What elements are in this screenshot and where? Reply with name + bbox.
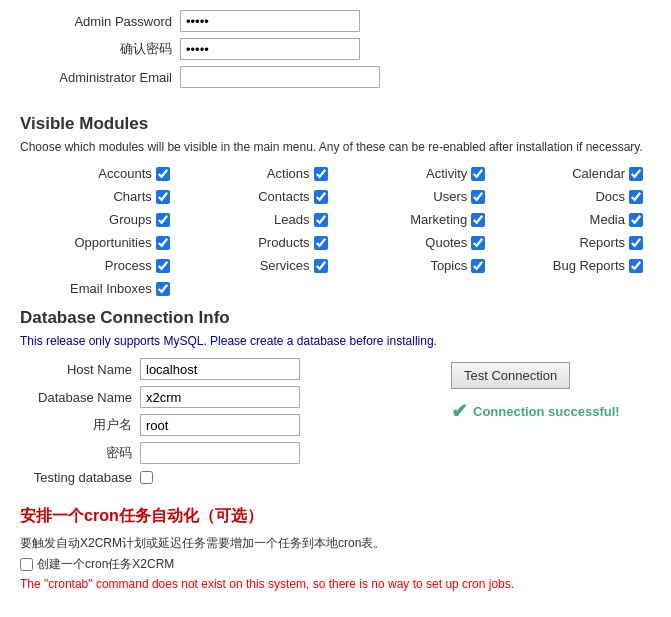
module-bug-reports: Bug Reports — [493, 256, 651, 275]
visible-modules-desc: Choose which modules will be visible in … — [20, 140, 651, 154]
cron-title: 安排一个cron任务自动化（可选） — [20, 506, 651, 527]
db-right-panel: Test Connection ✔ Connection successful! — [451, 358, 651, 491]
testing-label: Testing database — [20, 470, 140, 485]
module-process-label: Process — [105, 258, 152, 273]
module-activity-checkbox[interactable] — [471, 167, 485, 181]
module-docs-checkbox[interactable] — [629, 190, 643, 204]
module-reports-checkbox[interactable] — [629, 236, 643, 250]
module-contacts-checkbox[interactable] — [314, 190, 328, 204]
module-products: Products — [178, 233, 336, 252]
module-leads-checkbox[interactable] — [314, 213, 328, 227]
cron-section: 安排一个cron任务自动化（可选） 要触发自动X2CRM计划或延迟任务需要增加一… — [20, 506, 651, 591]
module-calendar-label: Calendar — [572, 166, 625, 181]
module-quotes-checkbox[interactable] — [471, 236, 485, 250]
db-grid: Host Name Database Name 用户名 密码 Testing d… — [20, 358, 651, 491]
module-users-checkbox[interactable] — [471, 190, 485, 204]
module-leads: Leads — [178, 210, 336, 229]
admin-password-label: Admin Password — [20, 14, 180, 29]
module-charts-label: Charts — [113, 189, 151, 204]
testing-checkbox[interactable] — [140, 471, 153, 484]
module-calendar-checkbox[interactable] — [629, 167, 643, 181]
admin-email-label: Administrator Email — [20, 70, 180, 85]
module-groups: Groups — [20, 210, 178, 229]
module-process: Process — [20, 256, 178, 275]
module-opportunities-label: Opportunities — [74, 235, 151, 250]
module-users: Users — [336, 187, 494, 206]
module-services-label: Services — [260, 258, 310, 273]
module-opportunities-checkbox[interactable] — [156, 236, 170, 250]
confirm-password-input[interactable] — [180, 38, 360, 60]
module-users-label: Users — [433, 189, 467, 204]
connection-success-message: ✔ Connection successful! — [451, 399, 620, 423]
checkmark-icon: ✔ — [451, 399, 468, 423]
module-marketing: Marketing — [336, 210, 494, 229]
module-actions: Actions — [178, 164, 336, 183]
module-topics: Topics — [336, 256, 494, 275]
host-label: Host Name — [20, 362, 140, 377]
db-section-title: Database Connection Info — [20, 308, 651, 328]
admin-email-input[interactable]: 1434046484@qq.com — [180, 66, 380, 88]
module-groups-label: Groups — [109, 212, 152, 227]
module-marketing-label: Marketing — [410, 212, 467, 227]
module-services: Services — [178, 256, 336, 275]
module-accounts-label: Accounts — [98, 166, 151, 181]
module-activity: Activity — [336, 164, 494, 183]
module-actions-label: Actions — [267, 166, 310, 181]
module-charts-checkbox[interactable] — [156, 190, 170, 204]
module-activity-label: Activity — [426, 166, 467, 181]
user-label: 用户名 — [20, 416, 140, 434]
module-contacts: Contacts — [178, 187, 336, 206]
host-input[interactable] — [140, 358, 300, 380]
module-process-checkbox[interactable] — [156, 259, 170, 273]
admin-password-input[interactable] — [180, 10, 360, 32]
module-reports: Reports — [493, 233, 651, 252]
module-media: Media — [493, 210, 651, 229]
modules-grid: Accounts Actions Activity Calendar Chart… — [20, 164, 651, 298]
module-bug-reports-label: Bug Reports — [553, 258, 625, 273]
cron-desc: 要触发自动X2CRM计划或延迟任务需要增加一个任务到本地cron表。 — [20, 535, 651, 552]
cron-checkbox[interactable] — [20, 558, 33, 571]
module-marketing-checkbox[interactable] — [471, 213, 485, 227]
connection-success-text: Connection successful! — [473, 404, 620, 419]
test-connection-button[interactable]: Test Connection — [451, 362, 570, 389]
module-quotes: Quotes — [336, 233, 494, 252]
user-input[interactable] — [140, 414, 300, 436]
module-bug-reports-checkbox[interactable] — [629, 259, 643, 273]
password-label: 密码 — [20, 444, 140, 462]
module-groups-checkbox[interactable] — [156, 213, 170, 227]
db-name-input[interactable] — [140, 386, 300, 408]
module-docs-label: Docs — [595, 189, 625, 204]
cron-error-message: The "crontab" command does not exist on … — [20, 577, 651, 591]
module-services-checkbox[interactable] — [314, 259, 328, 273]
module-products-checkbox[interactable] — [314, 236, 328, 250]
module-reports-label: Reports — [579, 235, 625, 250]
module-leads-label: Leads — [274, 212, 309, 227]
module-quotes-label: Quotes — [425, 235, 467, 250]
module-actions-checkbox[interactable] — [314, 167, 328, 181]
module-accounts-checkbox[interactable] — [156, 167, 170, 181]
module-opportunities: Opportunities — [20, 233, 178, 252]
module-media-label: Media — [590, 212, 625, 227]
visible-modules-title: Visible Modules — [20, 114, 651, 134]
confirm-password-label: 确认密码 — [20, 40, 180, 58]
module-email-inboxes-checkbox[interactable] — [156, 282, 170, 296]
module-charts: Charts — [20, 187, 178, 206]
password-input[interactable] — [140, 442, 300, 464]
db-form: Host Name Database Name 用户名 密码 Testing d… — [20, 358, 431, 491]
module-email-inboxes-label: Email Inboxes — [70, 281, 152, 296]
module-media-checkbox[interactable] — [629, 213, 643, 227]
db-name-label: Database Name — [20, 390, 140, 405]
module-products-label: Products — [258, 235, 309, 250]
module-topics-label: Topics — [430, 258, 467, 273]
module-contacts-label: Contacts — [258, 189, 309, 204]
module-docs: Docs — [493, 187, 651, 206]
db-description: This release only supports MySQL. Please… — [20, 334, 651, 348]
module-accounts: Accounts — [20, 164, 178, 183]
module-email-inboxes: Email Inboxes — [20, 279, 178, 298]
module-calendar: Calendar — [493, 164, 651, 183]
cron-checkbox-row: 创建一个cron任务X2CRM — [20, 556, 651, 573]
module-topics-checkbox[interactable] — [471, 259, 485, 273]
cron-checkbox-label: 创建一个cron任务X2CRM — [37, 556, 174, 573]
